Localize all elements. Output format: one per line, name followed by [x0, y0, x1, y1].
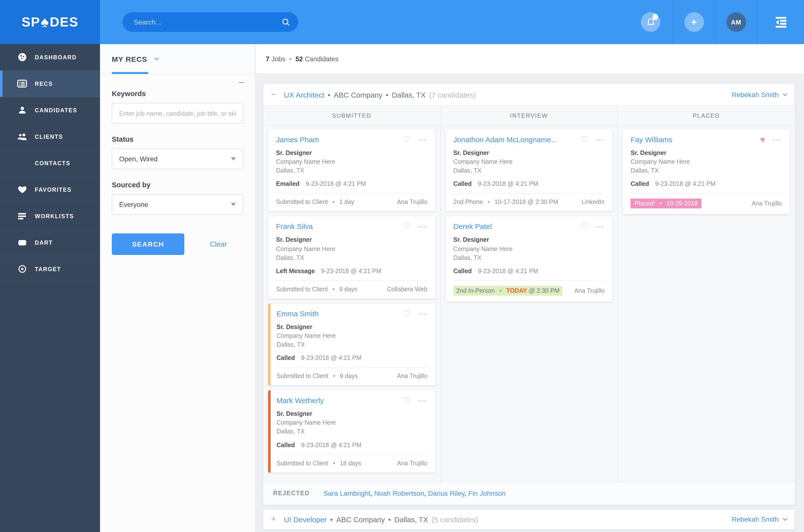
search-icon[interactable]: [282, 18, 290, 26]
bullet-separator: •: [332, 199, 334, 206]
activity-date: 9-23-2018 @ 4:21 PM: [655, 181, 715, 188]
sidebar-item-contacts[interactable]: CONTACTS: [0, 150, 100, 176]
more-actions-icon[interactable]: •••: [418, 222, 427, 230]
sidebar-item-worklists[interactable]: WORKLISTS: [0, 203, 100, 229]
candidate-card[interactable]: Emma Smith ♡ ••• Sr. Designer Company Na…: [268, 304, 435, 386]
menu-segment: [757, 0, 804, 44]
comma-separator: ,: [370, 489, 372, 497]
more-actions-icon[interactable]: •••: [596, 135, 605, 143]
search-button[interactable]: SEARCH: [112, 233, 184, 255]
sidebar-item-recs[interactable]: RECS: [0, 71, 100, 97]
candidate-name-link[interactable]: Frank Silva: [276, 222, 398, 231]
candidate-name-link[interactable]: Fay Williams: [631, 135, 755, 144]
keywords-input[interactable]: [112, 103, 243, 124]
stage-info: 1 day: [339, 199, 354, 206]
rejected-candidate-link[interactable]: Sara Lambright: [323, 489, 370, 497]
favorite-heart-icon[interactable]: ♡: [403, 135, 410, 144]
sidebar-item-target[interactable]: TARGET: [0, 256, 100, 282]
chevron-down-icon[interactable]: [154, 55, 159, 60]
notifications-button[interactable]: [641, 12, 661, 32]
global-search[interactable]: [122, 12, 298, 32]
job-title-link[interactable]: UX Architect: [284, 91, 324, 99]
collapse-menu-icon[interactable]: [774, 16, 787, 28]
sourced-by-select[interactable]: Everyone: [112, 194, 243, 215]
global-search-input[interactable]: [133, 18, 282, 26]
more-actions-icon[interactable]: •••: [596, 222, 605, 230]
stage-label: 2nd Phone: [453, 199, 483, 206]
rejected-candidate-link[interactable]: Noah Robertson: [374, 489, 424, 497]
tab-my-recs[interactable]: MY RECS: [112, 55, 147, 63]
job-company: ABC Company: [336, 515, 385, 524]
candidate-card[interactable]: Jonathon Adam McLongname... ♡ ••• Sr. De…: [445, 130, 612, 212]
job-owner-dropdown[interactable]: Rebekah Smith: [732, 515, 787, 523]
favorite-heart-icon[interactable]: ♡: [403, 396, 410, 405]
sidebar-item-candidates[interactable]: CANDIDATES: [0, 97, 100, 124]
candidate-name-link[interactable]: Derek Patel: [453, 222, 575, 231]
job-owner-dropdown[interactable]: Rebekah Smith: [732, 91, 787, 98]
candidate-icon: [17, 106, 27, 114]
job-header: + UI Developer • ABC Company • Dallas, T…: [263, 509, 795, 529]
sidebar-item-label: CONTACTS: [35, 160, 70, 166]
candidate-card[interactable]: Mark Wetherly ♡ ••• Sr. Designer Company…: [268, 390, 435, 472]
bullet-separator: •: [388, 515, 391, 524]
candidate-company: Company Name Here: [276, 244, 427, 253]
rejected-candidate-link[interactable]: Darius Riley: [428, 489, 464, 497]
candidate-title: Sr. Designer: [453, 149, 605, 157]
more-actions-icon[interactable]: •••: [418, 135, 427, 143]
source-name: Collabera Web: [387, 286, 427, 293]
more-actions-icon[interactable]: •••: [773, 135, 782, 143]
spades-app: SP♠DES: [0, 0, 804, 532]
sidebar-item-clients[interactable]: CLIENTS: [0, 124, 100, 150]
favorite-heart-icon[interactable]: ♡: [403, 309, 410, 318]
candidate-name-link[interactable]: Mark Wetherly: [276, 396, 398, 404]
status-select[interactable]: Open, Wired: [112, 149, 243, 169]
chevron-down-icon: [783, 516, 788, 521]
clear-button[interactable]: Clear: [210, 240, 227, 248]
user-avatar[interactable]: AM: [726, 12, 746, 32]
caret-down-icon: [231, 157, 236, 160]
comma-separator: ,: [424, 489, 426, 497]
activity-date: 9-23-2018 @ 4:21 PM: [321, 268, 381, 274]
header-search-area: [100, 0, 629, 44]
spades-logo[interactable]: SP♠DES: [0, 0, 100, 44]
job-company: ABC Company: [334, 91, 382, 99]
favorite-heart-icon-filled[interactable]: ♥: [760, 135, 765, 144]
favorite-heart-icon[interactable]: ♡: [580, 222, 588, 231]
candidate-name-link[interactable]: James Pham: [276, 135, 398, 144]
candidate-name-link[interactable]: Emma Smith: [276, 309, 398, 318]
favorite-heart-icon[interactable]: ♡: [580, 135, 588, 144]
candidate-last-activity: Called 9-23-2018 @ 4:21 PM: [453, 181, 605, 188]
candidate-location: Dallas, TX: [276, 340, 427, 349]
candidate-location: Dallas, TX: [453, 253, 605, 262]
job-title-link[interactable]: UI Developer: [284, 515, 327, 524]
expand-job-icon[interactable]: +: [271, 514, 284, 524]
more-actions-icon[interactable]: •••: [418, 309, 427, 317]
candidate-company: Company Name Here: [276, 331, 427, 340]
results-summary: 7 Jobs • 52 Candidates: [256, 44, 804, 74]
rejected-row: REJECTED Sara Lambright, Noah Robertson,…: [263, 481, 795, 505]
candidate-card[interactable]: Fay Williams ♥ ••• Sr. Designer Company …: [623, 130, 790, 214]
bullet-separator: •: [386, 91, 388, 99]
candidate-card[interactable]: Frank Silva ♡ ••• Sr. Designer Company N…: [268, 216, 435, 299]
recs-icon: [17, 79, 27, 88]
candidate-card-footer: Submitted to Client • 9 days Collabera W…: [276, 281, 427, 293]
sourced-by-label: Sourced by: [112, 181, 243, 189]
candidate-name-link[interactable]: Jonathon Adam McLongname...: [453, 135, 575, 144]
sidebar-item-dashboard[interactable]: DASHBOARD: [0, 44, 100, 71]
rejected-candidate-link[interactable]: Fin Johnson: [468, 489, 506, 497]
activity-date: 9-23-2018 @ 4:21 PM: [478, 268, 538, 274]
candidate-card[interactable]: Derek Patel ♡ ••• Sr. Designer Company N…: [445, 216, 612, 302]
collapse-filters-icon[interactable]: −: [238, 77, 244, 88]
sidebar-item-favorites[interactable]: FAVORITES: [0, 176, 100, 203]
active-tab-indicator: [112, 72, 148, 74]
favorite-heart-icon[interactable]: ♡: [403, 222, 410, 231]
sidebar-item-dart[interactable]: DART: [0, 229, 100, 256]
sidebar-item-label: DASHBOARD: [35, 54, 77, 60]
add-button[interactable]: +: [684, 12, 704, 32]
plus-icon: +: [691, 16, 697, 27]
more-actions-icon[interactable]: •••: [418, 396, 427, 403]
collapse-job-icon[interactable]: −: [271, 90, 284, 99]
pipeline-columns: James Pham ♡ ••• Sr. Designer Company Na…: [263, 126, 795, 481]
job-owner-name: Rebekah Smith: [732, 515, 779, 523]
candidate-card[interactable]: James Pham ♡ ••• Sr. Designer Company Na…: [268, 130, 435, 212]
